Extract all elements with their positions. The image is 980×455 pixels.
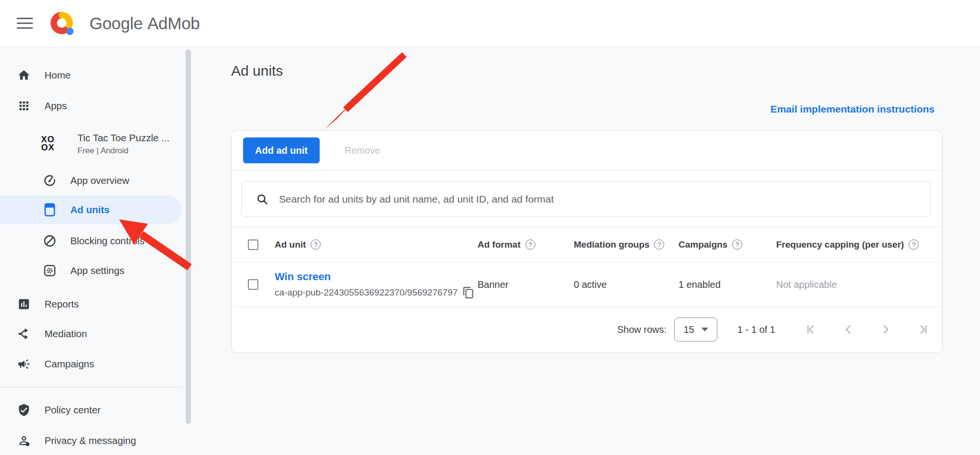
sidebar-item-privacy-messaging[interactable]: Privacy & messaging (0, 426, 182, 455)
select-all-checkbox[interactable] (248, 239, 258, 250)
reports-chart-icon (17, 297, 31, 311)
block-icon (43, 234, 56, 248)
next-page-icon[interactable] (880, 323, 892, 336)
previous-page-icon[interactable] (842, 323, 855, 336)
copy-icon[interactable] (462, 286, 475, 299)
mediation-icon (17, 327, 31, 341)
sidebar-item-blocking-controls[interactable]: Blocking controls (0, 226, 182, 256)
sidebar-item-home[interactable]: Home (0, 60, 182, 90)
sidebar-item-label: App settings (70, 265, 124, 276)
help-icon[interactable]: ? (311, 239, 321, 250)
column-header-campaigns: Campaigns ? (679, 239, 776, 250)
sidebar-item-label: Home (45, 69, 71, 81)
search-bar (241, 181, 931, 217)
sidebar-item-label: Mediation (45, 328, 87, 340)
sidebar-item-reports[interactable]: Reports (0, 289, 182, 319)
brand-admob: AdMob (147, 14, 200, 33)
app-settings-icon (43, 264, 56, 277)
first-page-icon[interactable] (805, 323, 817, 336)
column-header-ad-format: Ad format ? (478, 239, 574, 250)
toolbar: Add ad unit Remove (232, 131, 942, 171)
apps-grid-icon (17, 99, 31, 113)
gauge-icon (43, 174, 56, 187)
sidebar-item-policy-center[interactable]: Policy center (0, 395, 182, 425)
show-rows-label: Show rows: (617, 324, 667, 335)
sidebar-item-label: Policy center (45, 404, 100, 416)
sidebar-item-label: Privacy & messaging (45, 435, 136, 446)
sidebar-item-label: Apps (45, 100, 67, 112)
campaigns-cell: 1 enabled (679, 279, 776, 290)
email-implementation-link[interactable]: Email implementation instructions (770, 103, 935, 115)
sidebar-app-entry[interactable]: XO OX Tic Tac Toe Puzzle ... Free | Andr… (0, 126, 182, 161)
sidebar-item-apps[interactable]: Apps (0, 91, 182, 121)
sidebar-item-label: Ad units (70, 204, 110, 216)
remove-button[interactable]: Remove (342, 145, 383, 157)
ad-units-icon (43, 203, 56, 216)
sidebar-scrollbar[interactable] (186, 49, 191, 424)
rows-per-page-value: 15 (683, 324, 694, 335)
sidebar-item-label: Blocking controls (70, 235, 145, 247)
product-name: Google AdMob (89, 0, 200, 47)
megaphone-icon (17, 357, 31, 371)
ad-unit-name-link[interactable]: Win screen (275, 271, 478, 283)
ad-units-card: Add ad unit Remove Ad unit ? Ad format ?… (231, 130, 943, 353)
menu-icon[interactable] (17, 18, 33, 29)
ad-unit-id: ca-app-pub-2243055636922370/9569276797 (275, 287, 457, 298)
table-row: Win screen ca-app-pub-2243055636922370/9… (232, 262, 942, 307)
dropdown-caret-icon (702, 328, 708, 331)
table-header-row: Ad unit ? Ad format ? Mediation groups ?… (232, 227, 942, 262)
help-icon[interactable]: ? (654, 239, 664, 250)
tic-tac-toe-app-icon: XO OX (38, 134, 57, 153)
last-page-icon[interactable] (917, 323, 929, 336)
search-input[interactable] (278, 193, 930, 205)
sidebar-item-app-overview[interactable]: App overview (0, 166, 182, 195)
column-header-mediation-groups: Mediation groups ? (574, 239, 679, 250)
sidebar-item-mediation[interactable]: Mediation (0, 319, 182, 349)
home-icon (17, 68, 31, 82)
column-header-frequency-capping: Frequency capping (per user) ? (776, 239, 942, 250)
brand-google: Google (89, 14, 143, 33)
sidebar-item-ad-units[interactable]: Ad units (0, 195, 182, 224)
pagination-bar: Show rows: 15 1 - 1 of 1 (232, 307, 942, 352)
rows-per-page-select[interactable]: 15 (674, 318, 717, 341)
help-icon[interactable]: ? (732, 239, 742, 250)
sidebar-item-app-settings[interactable]: App settings (0, 256, 182, 285)
admob-logo-icon (48, 10, 76, 37)
ad-format-cell: Banner (478, 279, 574, 290)
sidebar-divider (0, 387, 182, 387)
sidebar-item-label: App overview (70, 175, 129, 186)
row-checkbox[interactable] (248, 279, 258, 290)
person-badge-icon (17, 434, 31, 447)
page-range-label: 1 - 1 of 1 (737, 324, 775, 335)
mediation-groups-cell: 0 active (574, 279, 679, 290)
help-icon[interactable]: ? (525, 239, 535, 250)
shield-check-icon (17, 403, 31, 417)
sidebar-item-label: Reports (45, 298, 79, 310)
top-app-bar: Google AdMob (0, 0, 980, 47)
help-icon[interactable]: ? (909, 239, 919, 250)
sidebar-item-campaigns[interactable]: Campaigns (0, 349, 182, 379)
add-ad-unit-button[interactable]: Add ad unit (243, 137, 320, 163)
column-header-ad-unit: Ad unit ? (275, 239, 478, 250)
search-icon (256, 193, 268, 205)
page-title: Ad units (231, 63, 283, 79)
app-meta: Free | Android (78, 146, 169, 156)
sidebar-item-label: Campaigns (45, 358, 94, 370)
frequency-capping-cell: Not applicable (776, 279, 942, 290)
sidebar-nav: Home Apps XO OX Tic Tac Toe Puzzle ... F… (0, 47, 192, 455)
ad-unit-cell: Win screen ca-app-pub-2243055636922370/9… (275, 271, 478, 299)
app-name: Tic Tac Toe Puzzle ... (78, 132, 169, 144)
